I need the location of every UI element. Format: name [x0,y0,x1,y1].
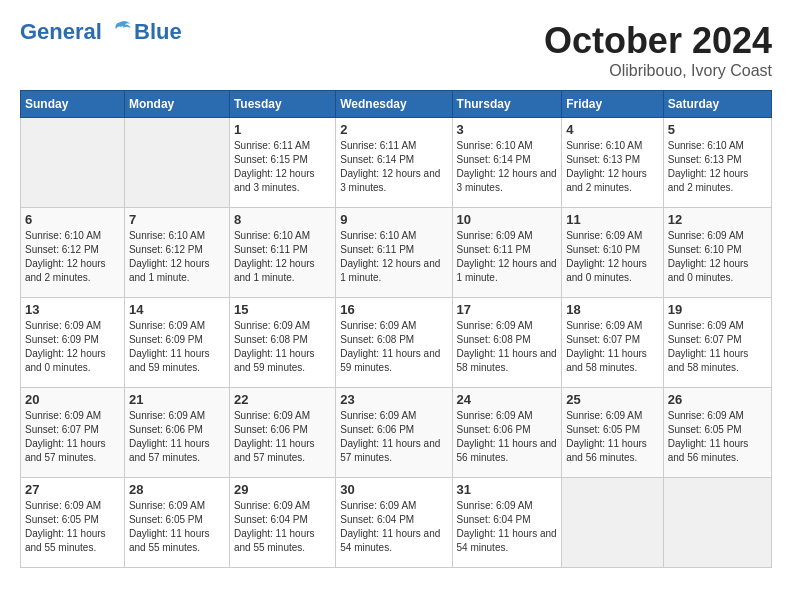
page-header: General Blue October 2024 Olibribouo, Iv… [20,20,772,80]
day-info: Sunrise: 6:09 AM Sunset: 6:07 PM Dayligh… [668,319,767,375]
calendar-cell: 3Sunrise: 6:10 AM Sunset: 6:14 PM Daylig… [452,118,562,208]
day-info: Sunrise: 6:09 AM Sunset: 6:06 PM Dayligh… [340,409,447,465]
day-number: 24 [457,392,558,407]
calendar-cell: 7Sunrise: 6:10 AM Sunset: 6:12 PM Daylig… [124,208,229,298]
day-number: 17 [457,302,558,317]
day-info: Sunrise: 6:09 AM Sunset: 6:05 PM Dayligh… [566,409,659,465]
day-info: Sunrise: 6:11 AM Sunset: 6:14 PM Dayligh… [340,139,447,195]
day-number: 16 [340,302,447,317]
calendar-cell: 14Sunrise: 6:09 AM Sunset: 6:09 PM Dayli… [124,298,229,388]
day-info: Sunrise: 6:09 AM Sunset: 6:04 PM Dayligh… [340,499,447,555]
day-info: Sunrise: 6:10 AM Sunset: 6:11 PM Dayligh… [234,229,331,285]
day-info: Sunrise: 6:09 AM Sunset: 6:08 PM Dayligh… [234,319,331,375]
day-info: Sunrise: 6:09 AM Sunset: 6:08 PM Dayligh… [457,319,558,375]
day-number: 10 [457,212,558,227]
calendar-cell: 5Sunrise: 6:10 AM Sunset: 6:13 PM Daylig… [663,118,771,208]
header-sunday: Sunday [21,91,125,118]
day-info: Sunrise: 6:09 AM Sunset: 6:09 PM Dayligh… [25,319,120,375]
calendar-cell: 18Sunrise: 6:09 AM Sunset: 6:07 PM Dayli… [562,298,664,388]
day-number: 2 [340,122,447,137]
calendar-cell [21,118,125,208]
day-info: Sunrise: 6:09 AM Sunset: 6:10 PM Dayligh… [566,229,659,285]
day-number: 21 [129,392,225,407]
calendar-cell: 27Sunrise: 6:09 AM Sunset: 6:05 PM Dayli… [21,478,125,568]
calendar-table: Sunday Monday Tuesday Wednesday Thursday… [20,90,772,568]
calendar-cell: 21Sunrise: 6:09 AM Sunset: 6:06 PM Dayli… [124,388,229,478]
calendar-cell: 23Sunrise: 6:09 AM Sunset: 6:06 PM Dayli… [336,388,452,478]
day-number: 1 [234,122,331,137]
day-number: 25 [566,392,659,407]
calendar-cell: 30Sunrise: 6:09 AM Sunset: 6:04 PM Dayli… [336,478,452,568]
calendar-cell: 25Sunrise: 6:09 AM Sunset: 6:05 PM Dayli… [562,388,664,478]
day-number: 9 [340,212,447,227]
day-info: Sunrise: 6:09 AM Sunset: 6:10 PM Dayligh… [668,229,767,285]
title-area: October 2024 Olibribouo, Ivory Coast [544,20,772,80]
calendar-subtitle: Olibribouo, Ivory Coast [544,62,772,80]
calendar-week-5: 27Sunrise: 6:09 AM Sunset: 6:05 PM Dayli… [21,478,772,568]
logo-bird-icon [110,18,132,40]
day-number: 8 [234,212,331,227]
logo-text-blue: Blue [134,19,182,44]
calendar-week-4: 20Sunrise: 6:09 AM Sunset: 6:07 PM Dayli… [21,388,772,478]
calendar-cell [562,478,664,568]
header-wednesday: Wednesday [336,91,452,118]
day-info: Sunrise: 6:10 AM Sunset: 6:11 PM Dayligh… [340,229,447,285]
day-info: Sunrise: 6:09 AM Sunset: 6:05 PM Dayligh… [668,409,767,465]
day-number: 29 [234,482,331,497]
day-number: 27 [25,482,120,497]
day-number: 11 [566,212,659,227]
day-info: Sunrise: 6:09 AM Sunset: 6:04 PM Dayligh… [457,499,558,555]
calendar-cell [124,118,229,208]
day-number: 4 [566,122,659,137]
day-number: 31 [457,482,558,497]
header-thursday: Thursday [452,91,562,118]
calendar-cell: 31Sunrise: 6:09 AM Sunset: 6:04 PM Dayli… [452,478,562,568]
day-number: 18 [566,302,659,317]
day-info: Sunrise: 6:10 AM Sunset: 6:13 PM Dayligh… [668,139,767,195]
calendar-cell: 19Sunrise: 6:09 AM Sunset: 6:07 PM Dayli… [663,298,771,388]
calendar-cell: 17Sunrise: 6:09 AM Sunset: 6:08 PM Dayli… [452,298,562,388]
calendar-cell: 20Sunrise: 6:09 AM Sunset: 6:07 PM Dayli… [21,388,125,478]
day-number: 30 [340,482,447,497]
day-number: 13 [25,302,120,317]
day-number: 15 [234,302,331,317]
calendar-cell: 22Sunrise: 6:09 AM Sunset: 6:06 PM Dayli… [229,388,335,478]
day-info: Sunrise: 6:09 AM Sunset: 6:07 PM Dayligh… [25,409,120,465]
weekday-header-row: Sunday Monday Tuesday Wednesday Thursday… [21,91,772,118]
header-tuesday: Tuesday [229,91,335,118]
day-info: Sunrise: 6:09 AM Sunset: 6:06 PM Dayligh… [129,409,225,465]
day-info: Sunrise: 6:09 AM Sunset: 6:06 PM Dayligh… [457,409,558,465]
calendar-cell: 9Sunrise: 6:10 AM Sunset: 6:11 PM Daylig… [336,208,452,298]
header-monday: Monday [124,91,229,118]
day-info: Sunrise: 6:09 AM Sunset: 6:07 PM Dayligh… [566,319,659,375]
calendar-cell: 13Sunrise: 6:09 AM Sunset: 6:09 PM Dayli… [21,298,125,388]
day-info: Sunrise: 6:09 AM Sunset: 6:11 PM Dayligh… [457,229,558,285]
day-info: Sunrise: 6:10 AM Sunset: 6:12 PM Dayligh… [25,229,120,285]
calendar-cell: 26Sunrise: 6:09 AM Sunset: 6:05 PM Dayli… [663,388,771,478]
header-saturday: Saturday [663,91,771,118]
day-info: Sunrise: 6:09 AM Sunset: 6:06 PM Dayligh… [234,409,331,465]
day-number: 23 [340,392,447,407]
calendar-cell: 28Sunrise: 6:09 AM Sunset: 6:05 PM Dayli… [124,478,229,568]
day-number: 22 [234,392,331,407]
calendar-cell [663,478,771,568]
calendar-cell: 4Sunrise: 6:10 AM Sunset: 6:13 PM Daylig… [562,118,664,208]
calendar-cell: 2Sunrise: 6:11 AM Sunset: 6:14 PM Daylig… [336,118,452,208]
calendar-week-1: 1Sunrise: 6:11 AM Sunset: 6:15 PM Daylig… [21,118,772,208]
calendar-week-3: 13Sunrise: 6:09 AM Sunset: 6:09 PM Dayli… [21,298,772,388]
calendar-header: Sunday Monday Tuesday Wednesday Thursday… [21,91,772,118]
day-number: 6 [25,212,120,227]
day-number: 19 [668,302,767,317]
logo-text-general: General [20,19,102,44]
calendar-cell: 29Sunrise: 6:09 AM Sunset: 6:04 PM Dayli… [229,478,335,568]
day-number: 3 [457,122,558,137]
day-info: Sunrise: 6:10 AM Sunset: 6:13 PM Dayligh… [566,139,659,195]
calendar-title: October 2024 [544,20,772,62]
day-info: Sunrise: 6:09 AM Sunset: 6:05 PM Dayligh… [129,499,225,555]
day-number: 28 [129,482,225,497]
day-number: 7 [129,212,225,227]
calendar-cell: 12Sunrise: 6:09 AM Sunset: 6:10 PM Dayli… [663,208,771,298]
day-info: Sunrise: 6:09 AM Sunset: 6:09 PM Dayligh… [129,319,225,375]
calendar-cell: 1Sunrise: 6:11 AM Sunset: 6:15 PM Daylig… [229,118,335,208]
day-info: Sunrise: 6:09 AM Sunset: 6:08 PM Dayligh… [340,319,447,375]
